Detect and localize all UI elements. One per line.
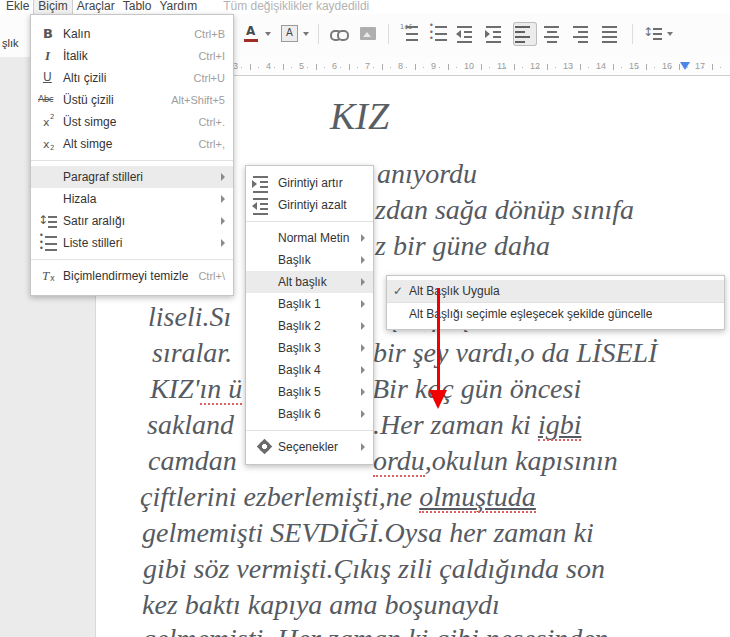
document-text-line[interactable]: anıyordu [377, 157, 477, 191]
menu-item-label: Kalın [63, 27, 194, 41]
chevron-down-icon [265, 32, 271, 36]
menu-item-label: Biçimlendirmeyi temizle [63, 269, 198, 283]
document-title[interactable]: KIZ [330, 94, 389, 138]
text-run: kez baktı kapıya ama boşunaydı [142, 589, 500, 620]
document-text-line[interactable]: zdan sağa dönüp sınıfa [375, 193, 634, 227]
document-text-line[interactable]: liseli.Sı [148, 300, 231, 334]
document-text-line[interactable]: z bir güne daha [375, 229, 550, 263]
menu-item-ba-l-k-6[interactable]: Başlık 6 [246, 403, 373, 425]
ruler-tick [456, 67, 457, 68]
ruler-tick [489, 67, 490, 68]
ruler-number: 7 [365, 61, 370, 71]
menu-item-normal-metin[interactable]: Normal Metin [246, 227, 373, 249]
ruler-tick [522, 67, 523, 68]
underline-icon [37, 68, 63, 88]
menu-item-i-talik[interactable]: İtalikCtrl+I [31, 45, 233, 67]
document-text-line[interactable]: gelmemişti. Her zaman ki gibi neşesinden [142, 622, 609, 637]
document-text-line[interactable]: sakland [147, 408, 234, 442]
document-text-line[interactable]: kez baktı kapıya ama boşunaydı [142, 588, 500, 622]
document-text-line[interactable]: gelmemişti SEVDİĞİ.Oysa her zaman ki [142, 516, 594, 550]
document-text-line[interactable]: ordu,okulun kapısının [373, 444, 618, 478]
menu-item-alt-ba-l-se-imle-e-le-ecek-ekilde-g-ncelle[interactable]: Alt Başlığı seçimle eşleşecek şekilde gü… [387, 303, 724, 325]
ruler-tick [274, 67, 275, 68]
menu-item-sat-r-aral[interactable]: Satır aralığı [31, 210, 233, 232]
ruler-tick [621, 67, 622, 68]
toolbar-separator [388, 24, 389, 44]
toolbar-button-align-right[interactable] [572, 23, 594, 45]
menu-item-girintiyi-azalt[interactable]: Girintiyi azalt [246, 194, 373, 216]
document-text-line[interactable]: çiftlerini ezberlemişti,ne olmuştuda [140, 480, 536, 514]
menu-item-ba-l-k-5[interactable]: Başlık 5 [246, 381, 373, 403]
menu-item-hizala[interactable]: Hizala [31, 188, 233, 210]
document-text-line[interactable]: Bir kaç gün öncesi [372, 372, 581, 406]
subscript-icon [37, 134, 63, 154]
right-indent-marker-icon[interactable] [680, 62, 690, 70]
menu-separator [246, 221, 373, 222]
toolbar-button-align-left[interactable] [514, 23, 536, 45]
toolbar-button-highlight-color[interactable] [278, 23, 309, 45]
toolbar-button-decrease-indent[interactable] [456, 23, 478, 45]
menu-item-st-simge[interactable]: Üst simgeCtrl+. [31, 111, 233, 133]
menu-item-alt-simge[interactable]: Alt simgeCtrl+, [31, 133, 233, 155]
ruler-tick [283, 64, 284, 70]
toolbar-button-insert-image[interactable] [357, 23, 379, 45]
text-run: çiftlerini ezberlemişti,ne [140, 481, 419, 512]
document-text-line[interactable]: KIZ'ın ü [150, 372, 242, 406]
menu-item-ba-l-k-3[interactable]: Başlık 3 [246, 337, 373, 359]
menu-item-label: Başlık 4 [278, 363, 357, 377]
menu-item-ba-l-k-4[interactable]: Başlık 4 [246, 359, 373, 381]
menu-item-ba-l-k-2[interactable]: Başlık 2 [246, 315, 373, 337]
toolbar-button-align-center[interactable] [543, 23, 565, 45]
paragraph-styles-menu: Girintiyi artırGirintiyi azaltNormal Met… [245, 165, 374, 465]
toolbar-button-increase-indent[interactable] [485, 23, 507, 45]
toolbar-button-insert-link[interactable] [328, 23, 350, 45]
menu-item-bi-imlendirmeyi-temizle[interactable]: Biçimlendirmeyi temizleCtrl+\ [31, 265, 233, 287]
menu-item-shortcut: Ctrl+U [194, 72, 225, 84]
menu-item-label: Alt Başlık Uygula [409, 284, 716, 298]
text-run: KIZ' [150, 373, 200, 404]
menu-item-ba-l-k-1[interactable]: Başlık 1 [246, 293, 373, 315]
toolbar-button-align-justify[interactable] [601, 23, 623, 45]
document-text-line[interactable]: camdan [148, 444, 237, 478]
align-justify-icon [601, 23, 623, 45]
menu-item-ba-l-k[interactable]: Başlık [246, 249, 373, 271]
menu-item-alt-ba-l-k-uygula[interactable]: ✓Alt Başlık Uygula [387, 280, 724, 303]
ruler-number: 13 [563, 61, 573, 71]
submenu-arrow-icon [361, 234, 365, 242]
menubar-item-ekle[interactable]: Ekle [2, 0, 33, 14]
menu-item-alt-izili[interactable]: Altı çiziliCtrl+U [31, 67, 233, 89]
document-text-line[interactable]: bir şey vardı,o da LİSELİ [373, 336, 657, 370]
highlight-color-icon [278, 23, 300, 45]
menu-item-st-izili[interactable]: Üstü çiziliAlt+Shift+5 [31, 89, 233, 111]
menu-item-label: Alt simge [63, 137, 198, 151]
menu-item-girintiyi-art-r[interactable]: Girintiyi artır [246, 172, 373, 194]
clear-formatting-icon [37, 266, 63, 286]
document-text-line[interactable]: sıralar. [152, 336, 232, 370]
toolbar-button-text-color[interactable] [240, 23, 271, 45]
menu-item-shortcut: Ctrl+B [194, 28, 225, 40]
menu-item-label: Başlık 3 [278, 341, 357, 355]
ruler-tick [415, 64, 416, 70]
menu-item-alt-ba-l-k[interactable]: Alt başlık [246, 271, 373, 293]
menu-item-se-enekler[interactable]: Seçenekler [246, 436, 373, 458]
submenu-arrow-icon [361, 443, 365, 451]
subtitle-menu: ✓Alt Başlık UygulaAlt Başlığı seçimle eş… [386, 275, 725, 330]
document-text-line[interactable]: gibi söz vermişti.Çıkış zili çaldığında … [143, 552, 605, 586]
increase-indent-icon [485, 23, 507, 45]
menu-item-kal-n[interactable]: KalınCtrl+B [31, 23, 233, 45]
menu-item-paragraf-stilleri[interactable]: Paragraf stilleri [31, 166, 233, 188]
document-text-line[interactable]: .Her zaman ki igbi [373, 408, 581, 442]
blank-icon [252, 404, 278, 424]
ruler-tick [291, 67, 292, 68]
toolbar-button-bulleted-list[interactable] [427, 23, 449, 45]
menubar-item-ara-lar[interactable]: Araçlar [73, 0, 119, 14]
menu-item-liste-stilleri[interactable]: Liste stilleri [31, 232, 233, 254]
ruler-number: 8 [398, 61, 403, 71]
style-selector-fragment[interactable]: şlık [2, 37, 19, 49]
toolbar-button-numbered-list[interactable] [398, 23, 420, 45]
menubar-item-tablo[interactable]: Tablo [119, 0, 156, 14]
text-run: z bir güne daha [375, 230, 550, 261]
menubar-item-bi-im[interactable]: Biçim [33, 0, 72, 14]
menubar-item-yard-m[interactable]: Yardım [155, 0, 201, 14]
toolbar-button-line-spacing[interactable] [642, 23, 673, 45]
